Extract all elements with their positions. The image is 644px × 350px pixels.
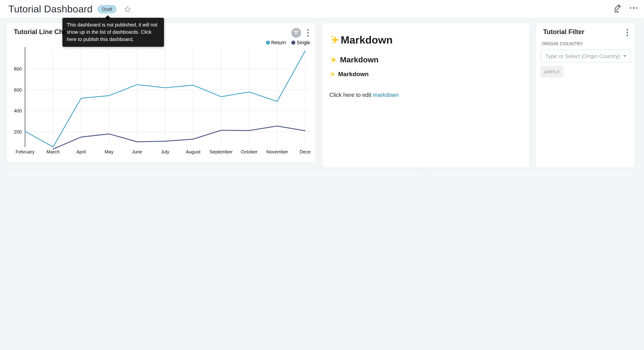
svg-text:400: 400 [14, 108, 22, 114]
sparkles-icon [330, 56, 338, 64]
markdown-paragraph: Click here to edit markdown [330, 92, 522, 98]
origin-country-select[interactable]: Type or Select [Origin Country] [540, 50, 630, 62]
pivot-chart-card: Tutorial Pivot Chart SUM(Cost)Department… [6, 174, 422, 175]
svg-text:February: February [16, 149, 34, 154]
sparkles-icon [330, 71, 336, 78]
favorite-star-icon[interactable] [124, 5, 132, 13]
apply-button[interactable]: APPLY [540, 66, 563, 78]
origin-country-label: ORIGIN COUNTRY [542, 41, 583, 46]
legend-item-single[interactable]: Single [291, 40, 310, 45]
series-single-line [53, 126, 305, 149]
svg-text:May: May [105, 149, 114, 154]
draft-badge[interactable]: Draft [98, 5, 116, 13]
markdown-edit-link[interactable]: markdown [373, 92, 399, 98]
svg-text:July: July [161, 149, 169, 154]
filter-title: Tutorial Filter [543, 28, 584, 36]
legend-item-return[interactable]: Return [266, 40, 286, 45]
table-card: Tutorial Table Travel ClassCOUNT(*)SUM(C… [429, 174, 634, 175]
legend-dot [291, 40, 296, 45]
svg-text:200: 200 [14, 129, 22, 134]
publish-tooltip: This dashboard is not published, it will… [62, 18, 164, 47]
svg-text:Dece: Dece [300, 149, 311, 154]
markdown-h3: Markdown [330, 71, 522, 78]
select-placeholder: Type or Select [Origin Country] [545, 53, 620, 59]
svg-text:June: June [132, 149, 142, 154]
dashboard-page: Tutorial Dashboard Draft This dashboard … [0, 0, 644, 175]
chevron-down-icon [623, 55, 626, 57]
svg-text:August: August [186, 149, 201, 154]
tooltip-text: This dashboard is not published, it will… [67, 22, 158, 42]
markdown-h1: Markdown [330, 34, 522, 46]
markdown-card[interactable]: Markdown Markdown Markdown Click here to… [322, 23, 529, 168]
chart-legend: ReturnSingle [266, 40, 310, 45]
more-menu-icon[interactable] [630, 5, 638, 11]
svg-text:April: April [76, 149, 86, 154]
filter-card: Tutorial Filter ORIGIN COUNTRY Type or S… [536, 23, 634, 168]
legend-label: Single [296, 40, 310, 45]
kebab-menu-icon[interactable] [625, 28, 630, 37]
legend-label: Return [271, 40, 286, 45]
markdown-h2: Markdown [330, 56, 522, 64]
svg-text:March: March [46, 149, 60, 154]
dashboard-header: Tutorial Dashboard Draft [0, 0, 644, 18]
svg-text:800: 800 [14, 66, 22, 72]
sparkles-icon [330, 34, 341, 46]
page-title: Tutorial Dashboard [8, 4, 92, 15]
svg-text:600: 600 [14, 87, 22, 93]
svg-text:November: November [266, 149, 288, 154]
legend-dot [266, 40, 270, 45]
edit-dashboard-icon[interactable] [613, 3, 622, 13]
svg-text:September: September [210, 149, 233, 154]
header-actions [613, 3, 638, 13]
svg-text:October: October [241, 149, 258, 154]
